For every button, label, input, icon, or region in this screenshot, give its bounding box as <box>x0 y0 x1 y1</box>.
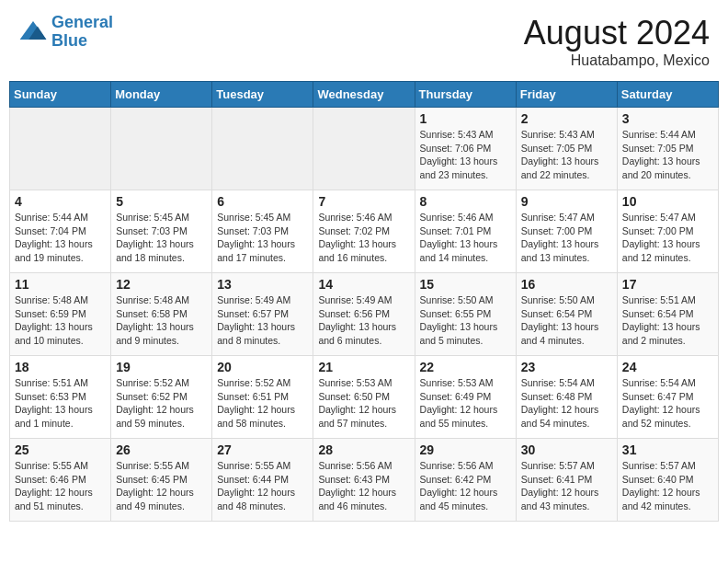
day-number: 6 <box>217 194 308 209</box>
day-number: 26 <box>116 442 207 457</box>
day-info: Sunrise: 5:52 AM Sunset: 6:51 PM Dayligh… <box>217 376 308 431</box>
calendar-body: 1Sunrise: 5:43 AM Sunset: 7:06 PM Daylig… <box>10 108 719 522</box>
calendar-cell: 31Sunrise: 5:57 AM Sunset: 6:40 PM Dayli… <box>617 439 718 522</box>
day-info: Sunrise: 5:45 AM Sunset: 7:03 PM Dayligh… <box>116 211 207 265</box>
calendar-cell: 21Sunrise: 5:53 AM Sunset: 6:50 PM Dayli… <box>313 356 415 439</box>
calendar-week-1: 1Sunrise: 5:43 AM Sunset: 7:06 PM Daylig… <box>10 108 719 190</box>
calendar-cell: 24Sunrise: 5:54 AM Sunset: 6:47 PM Dayli… <box>617 356 718 439</box>
day-number: 8 <box>420 194 511 209</box>
day-number: 9 <box>521 194 612 209</box>
calendar-cell: 3Sunrise: 5:44 AM Sunset: 7:05 PM Daylig… <box>617 108 718 190</box>
calendar-cell: 27Sunrise: 5:55 AM Sunset: 6:44 PM Dayli… <box>212 439 313 522</box>
day-number: 23 <box>521 360 612 374</box>
day-info: Sunrise: 5:57 AM Sunset: 6:41 PM Dayligh… <box>521 459 612 513</box>
weekday-header-thursday: Thursday <box>415 82 516 108</box>
calendar-cell: 9Sunrise: 5:47 AM Sunset: 7:00 PM Daylig… <box>516 190 617 273</box>
day-number: 4 <box>15 194 106 209</box>
calendar-cell: 25Sunrise: 5:55 AM Sunset: 6:46 PM Dayli… <box>10 439 111 522</box>
day-number: 21 <box>318 360 409 374</box>
day-info: Sunrise: 5:46 AM Sunset: 7:02 PM Dayligh… <box>318 211 409 265</box>
calendar-cell <box>111 108 212 190</box>
calendar-cell <box>212 108 313 190</box>
calendar-cell: 8Sunrise: 5:46 AM Sunset: 7:01 PM Daylig… <box>415 190 516 273</box>
calendar-week-3: 11Sunrise: 5:48 AM Sunset: 6:59 PM Dayli… <box>10 273 719 356</box>
day-info: Sunrise: 5:49 AM Sunset: 6:56 PM Dayligh… <box>318 293 409 348</box>
main-title: August 2024 <box>524 14 710 52</box>
calendar-cell: 12Sunrise: 5:48 AM Sunset: 6:58 PM Dayli… <box>111 273 212 356</box>
day-info: Sunrise: 5:43 AM Sunset: 7:06 PM Dayligh… <box>420 128 511 182</box>
calendar-cell: 2Sunrise: 5:43 AM Sunset: 7:05 PM Daylig… <box>516 108 617 190</box>
day-info: Sunrise: 5:43 AM Sunset: 7:05 PM Dayligh… <box>521 128 612 182</box>
calendar-cell: 30Sunrise: 5:57 AM Sunset: 6:41 PM Dayli… <box>516 439 617 522</box>
subtitle: Huatabampo, Mexico <box>524 52 710 69</box>
calendar-cell: 10Sunrise: 5:47 AM Sunset: 7:00 PM Dayli… <box>617 190 718 273</box>
weekday-header-friday: Friday <box>516 82 617 108</box>
day-info: Sunrise: 5:47 AM Sunset: 7:00 PM Dayligh… <box>622 211 713 265</box>
day-info: Sunrise: 5:54 AM Sunset: 6:47 PM Dayligh… <box>622 376 713 431</box>
day-info: Sunrise: 5:50 AM Sunset: 6:54 PM Dayligh… <box>521 293 612 348</box>
calendar-cell: 17Sunrise: 5:51 AM Sunset: 6:54 PM Dayli… <box>617 273 718 356</box>
day-info: Sunrise: 5:46 AM Sunset: 7:01 PM Dayligh… <box>420 211 511 265</box>
day-info: Sunrise: 5:45 AM Sunset: 7:03 PM Dayligh… <box>217 211 308 265</box>
day-info: Sunrise: 5:51 AM Sunset: 6:53 PM Dayligh… <box>15 376 106 431</box>
calendar-table: SundayMondayTuesdayWednesdayThursdayFrid… <box>9 81 719 522</box>
day-number: 18 <box>15 360 106 374</box>
day-number: 28 <box>318 442 409 457</box>
calendar-cell <box>313 108 415 190</box>
day-info: Sunrise: 5:54 AM Sunset: 6:48 PM Dayligh… <box>521 376 612 431</box>
calendar-cell: 28Sunrise: 5:56 AM Sunset: 6:43 PM Dayli… <box>313 439 415 522</box>
day-number: 10 <box>622 194 713 209</box>
day-number: 3 <box>622 111 713 126</box>
day-number: 30 <box>521 442 612 457</box>
day-info: Sunrise: 5:56 AM Sunset: 6:43 PM Dayligh… <box>318 459 409 513</box>
weekday-header-monday: Monday <box>111 82 212 108</box>
day-info: Sunrise: 5:48 AM Sunset: 6:58 PM Dayligh… <box>116 293 207 348</box>
calendar-cell: 13Sunrise: 5:49 AM Sunset: 6:57 PM Dayli… <box>212 273 313 356</box>
day-info: Sunrise: 5:56 AM Sunset: 6:42 PM Dayligh… <box>420 459 511 513</box>
weekday-header-tuesday: Tuesday <box>212 82 313 108</box>
calendar-cell: 7Sunrise: 5:46 AM Sunset: 7:02 PM Daylig… <box>313 190 415 273</box>
logo-icon <box>18 17 48 47</box>
calendar-cell: 5Sunrise: 5:45 AM Sunset: 7:03 PM Daylig… <box>111 190 212 273</box>
calendar-cell: 19Sunrise: 5:52 AM Sunset: 6:52 PM Dayli… <box>111 356 212 439</box>
calendar-cell: 11Sunrise: 5:48 AM Sunset: 6:59 PM Dayli… <box>10 273 111 356</box>
day-info: Sunrise: 5:49 AM Sunset: 6:57 PM Dayligh… <box>217 293 308 348</box>
day-info: Sunrise: 5:47 AM Sunset: 7:00 PM Dayligh… <box>521 211 612 265</box>
day-info: Sunrise: 5:55 AM Sunset: 6:45 PM Dayligh… <box>116 459 207 513</box>
logo-text: General Blue <box>51 14 113 51</box>
day-number: 13 <box>217 277 308 292</box>
calendar-cell: 15Sunrise: 5:50 AM Sunset: 6:55 PM Dayli… <box>415 273 516 356</box>
calendar-cell: 1Sunrise: 5:43 AM Sunset: 7:06 PM Daylig… <box>415 108 516 190</box>
day-number: 27 <box>217 442 308 457</box>
calendar-cell <box>10 108 111 190</box>
day-number: 31 <box>622 442 713 457</box>
day-info: Sunrise: 5:44 AM Sunset: 7:05 PM Dayligh… <box>622 128 713 182</box>
day-number: 14 <box>318 277 409 292</box>
day-number: 25 <box>15 442 106 457</box>
calendar-cell: 16Sunrise: 5:50 AM Sunset: 6:54 PM Dayli… <box>516 273 617 356</box>
calendar-cell: 14Sunrise: 5:49 AM Sunset: 6:56 PM Dayli… <box>313 273 415 356</box>
day-number: 16 <box>521 277 612 292</box>
day-number: 1 <box>420 111 511 126</box>
page-header: General Blue August 2024 Huatabampo, Mex… <box>9 9 719 74</box>
day-number: 24 <box>622 360 713 374</box>
day-number: 11 <box>15 277 106 292</box>
calendar-cell: 22Sunrise: 5:53 AM Sunset: 6:49 PM Dayli… <box>415 356 516 439</box>
calendar-cell: 26Sunrise: 5:55 AM Sunset: 6:45 PM Dayli… <box>111 439 212 522</box>
day-number: 19 <box>116 360 207 374</box>
day-number: 20 <box>217 360 308 374</box>
day-number: 29 <box>420 442 511 457</box>
calendar-cell: 4Sunrise: 5:44 AM Sunset: 7:04 PM Daylig… <box>10 190 111 273</box>
calendar-cell: 23Sunrise: 5:54 AM Sunset: 6:48 PM Dayli… <box>516 356 617 439</box>
logo: General Blue <box>18 14 113 51</box>
day-number: 12 <box>116 277 207 292</box>
calendar-week-5: 25Sunrise: 5:55 AM Sunset: 6:46 PM Dayli… <box>10 439 719 522</box>
day-number: 2 <box>521 111 612 126</box>
title-block: August 2024 Huatabampo, Mexico <box>524 14 710 69</box>
day-number: 7 <box>318 194 409 209</box>
day-info: Sunrise: 5:44 AM Sunset: 7:04 PM Dayligh… <box>15 211 106 265</box>
day-info: Sunrise: 5:51 AM Sunset: 6:54 PM Dayligh… <box>622 293 713 348</box>
calendar-cell: 29Sunrise: 5:56 AM Sunset: 6:42 PM Dayli… <box>415 439 516 522</box>
calendar-cell: 20Sunrise: 5:52 AM Sunset: 6:51 PM Dayli… <box>212 356 313 439</box>
weekday-header-wednesday: Wednesday <box>313 82 415 108</box>
